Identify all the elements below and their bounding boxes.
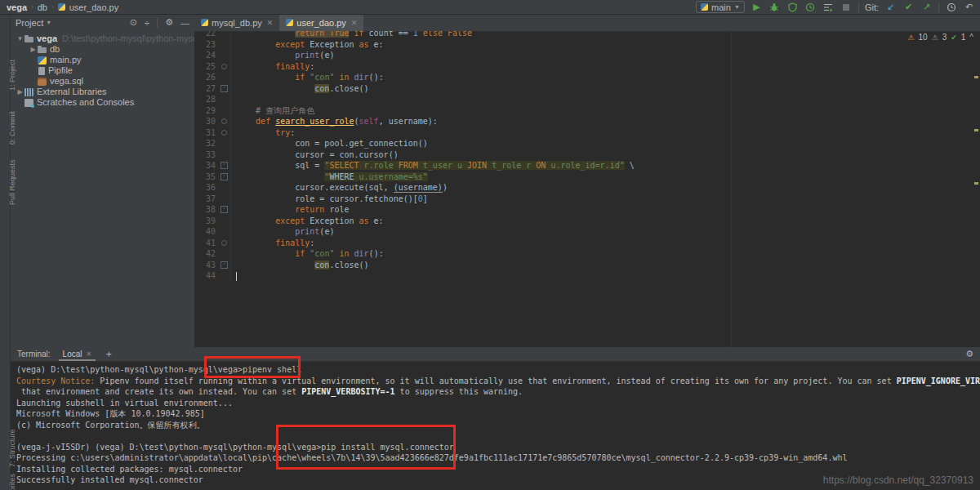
code-editor[interactable]: 22 return True if count == 1 else False2…: [194, 31, 980, 347]
tree-item-scratches-and-consoles[interactable]: Scratches and Consoles: [11, 97, 194, 108]
new-terminal-button[interactable]: ＋: [104, 347, 114, 361]
hide-panel-button[interactable]: —: [180, 18, 189, 28]
fold-gutter[interactable]: [218, 127, 231, 139]
breadcrumb-project[interactable]: vega: [7, 2, 27, 12]
line-number[interactable]: 25: [194, 61, 218, 73]
code-line-26: 26 if "con" in dir():: [194, 72, 980, 83]
code-token: e:: [369, 40, 384, 49]
chevron-up-icon[interactable]: ^: [969, 33, 973, 42]
chevron-down-icon[interactable]: ▼: [16, 33, 24, 44]
profiler-button[interactable]: [804, 1, 817, 13]
stripe-structure-button[interactable]: 7: Structure: [8, 429, 16, 467]
close-icon[interactable]: ✕: [86, 350, 91, 358]
terminal-output[interactable]: (vega) D:\test\python-mysql\python-mysql…: [11, 362, 980, 486]
run-manager-button[interactable]: [822, 1, 835, 13]
debug-button[interactable]: [768, 1, 781, 13]
fold-marker-icon[interactable]: [221, 130, 227, 136]
close-icon[interactable]: ✕: [267, 19, 274, 27]
tree-item-vega-sql[interactable]: vega.sql: [11, 76, 194, 87]
fold-marker-icon[interactable]: -: [220, 206, 228, 213]
fold-gutter[interactable]: -: [218, 83, 231, 95]
fold-gutter[interactable]: [218, 116, 231, 127]
collapse-all-button[interactable]: ÷: [145, 18, 149, 28]
tree-item-external-libraries[interactable]: ▶External Libraries: [11, 87, 194, 97]
line-number[interactable]: 41: [194, 238, 218, 249]
fold-marker-icon[interactable]: [221, 118, 227, 124]
line-number[interactable]: 40: [194, 226, 218, 238]
terminal-header: Terminal: Local ✕ ＋ ⚙: [11, 347, 980, 362]
panel-settings-button[interactable]: ⚙: [165, 17, 173, 28]
terminal-tab-local[interactable]: Local ✕: [59, 347, 96, 361]
stripe-pull-requests-button[interactable]: Pull Requests: [8, 159, 16, 205]
fold-gutter[interactable]: [218, 61, 231, 73]
line-number[interactable]: 33: [194, 149, 218, 161]
fold-marker-icon[interactable]: [221, 64, 227, 69]
fold-marker-icon[interactable]: -: [220, 162, 228, 169]
history-button[interactable]: [945, 1, 957, 13]
editor-tab-bar: mysql_db.py ✕ user_dao.py ✕: [194, 14, 980, 32]
line-number[interactable]: 44: [194, 270, 218, 282]
stripe-commit-button[interactable]: 0: Commit: [8, 111, 16, 145]
terminal-line-5: Microsoft Windows [版本 10.0.19042.985]: [16, 408, 980, 420]
tree-item-main-py[interactable]: main.py: [11, 55, 194, 65]
stop-button[interactable]: [840, 1, 853, 13]
line-number[interactable]: 24: [194, 50, 218, 61]
project-panel-title[interactable]: Project: [16, 18, 43, 28]
inspections-widget[interactable]: ⚠ 10 ⚠ 3 ✔ 1 ^: [907, 33, 973, 42]
line-number[interactable]: 36: [194, 182, 218, 194]
locate-file-button[interactable]: ⊙: [130, 17, 137, 28]
fold-gutter[interactable]: [218, 238, 231, 249]
git-update-button[interactable]: ↙: [884, 1, 897, 13]
coverage-button[interactable]: [786, 1, 799, 13]
line-number[interactable]: 39: [194, 216, 218, 227]
line-number[interactable]: 27: [194, 83, 218, 95]
stripe-project-button[interactable]: 1: Project: [8, 60, 16, 91]
chevron-right-icon[interactable]: ▶: [16, 87, 24, 97]
tab-mysql-db-py[interactable]: mysql_db.py ✕: [194, 14, 279, 31]
close-icon[interactable]: ✕: [351, 19, 358, 27]
breadcrumb-file[interactable]: user_dao.py: [69, 2, 119, 12]
terminal-settings-button[interactable]: ⚙: [965, 349, 973, 359]
run-config-selector[interactable]: main ▼: [696, 1, 745, 13]
fold-marker-icon[interactable]: -: [220, 85, 228, 92]
terminal-text: that environment and create its own inst…: [16, 387, 301, 396]
line-number[interactable]: 23: [194, 39, 218, 51]
fold-marker-icon[interactable]: -: [220, 173, 228, 180]
line-number[interactable]: 43: [194, 260, 218, 271]
fold-gutter[interactable]: -: [218, 260, 231, 271]
code-token: e:: [369, 216, 384, 225]
line-number[interactable]: 32: [194, 138, 218, 149]
line-number[interactable]: 34: [194, 160, 218, 172]
chevron-right-icon[interactable]: ▶: [29, 44, 38, 55]
line-number[interactable]: 28: [194, 94, 218, 105]
fold-marker-icon[interactable]: [221, 240, 227, 246]
tree-item-pipfile[interactable]: Pipfile: [11, 65, 194, 76]
stripe-favorites-button[interactable]: Favorites: [8, 474, 16, 490]
tree-item-db[interactable]: ▶db: [11, 44, 194, 55]
code-token: ]: [423, 194, 428, 203]
line-number[interactable]: 31: [194, 127, 218, 139]
git-commit-button[interactable]: ✔: [902, 1, 915, 13]
fold-marker-icon[interactable]: -: [220, 261, 228, 269]
line-number[interactable]: 42: [194, 248, 218, 260]
line-number[interactable]: 37: [194, 194, 218, 205]
fold-gutter[interactable]: -: [218, 160, 231, 172]
line-number[interactable]: 29: [194, 105, 218, 117]
line-number[interactable]: 30: [194, 116, 218, 127]
right-margin-guide: [731, 31, 732, 347]
line-number[interactable]: 26: [194, 72, 218, 83]
rollback-button[interactable]: ↶: [963, 1, 975, 13]
fold-gutter[interactable]: -: [218, 172, 231, 183]
fold-gutter: [218, 194, 231, 205]
breadcrumb-folder[interactable]: db: [38, 2, 47, 12]
git-push-button[interactable]: ↗: [920, 1, 933, 13]
line-number[interactable]: 22: [194, 31, 218, 39]
fold-gutter[interactable]: -: [218, 204, 231, 216]
line-number[interactable]: 35: [194, 172, 218, 183]
tree-item-vega[interactable]: ▼vegaD:\test\python-mysql\python-mysql\v…: [11, 33, 194, 44]
terminal-text: Microsoft Windows [版本 10.0.19042.985]: [16, 409, 205, 418]
code-token: cursor.execute(sql,: [295, 183, 393, 192]
run-button[interactable]: ▶: [751, 1, 763, 13]
tab-user-dao-py[interactable]: user_dao.py ✕: [279, 14, 363, 31]
line-number[interactable]: 38: [194, 204, 218, 216]
